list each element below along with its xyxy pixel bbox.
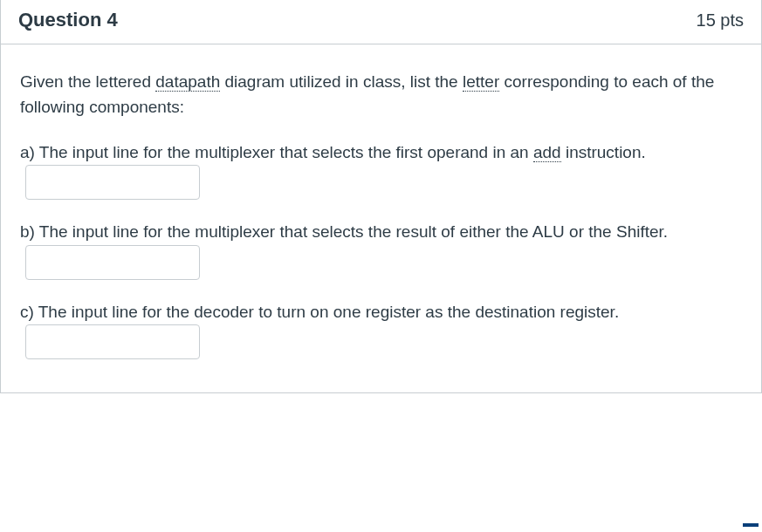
- stem-link-letter[interactable]: letter: [463, 72, 499, 92]
- stem-text: Given the lettered: [20, 72, 155, 91]
- question-points: 15 pts: [697, 10, 744, 31]
- part-c: c) The input line for the decoder to tur…: [20, 299, 742, 359]
- question-title: Question 4: [18, 9, 118, 31]
- stem-link-datapath[interactable]: datapath: [155, 72, 220, 92]
- part-a-input[interactable]: [25, 165, 200, 200]
- part-a: a) The input line for the multiplexer th…: [20, 140, 742, 200]
- part-b-text: b) The input line for the multiplexer th…: [20, 222, 668, 241]
- part-b-input[interactable]: [25, 245, 200, 280]
- question-header: Question 4 15 pts: [1, 0, 761, 44]
- part-a-link-add[interactable]: add: [533, 143, 561, 162]
- part-a-text-post: instruction.: [561, 143, 646, 161]
- stem-text: diagram utilized in class, list the: [220, 72, 463, 91]
- question-stem: Given the lettered datapath diagram util…: [20, 69, 742, 120]
- question-card: Question 4 15 pts Given the lettered dat…: [0, 0, 762, 393]
- part-a-text-pre: a) The input line for the multiplexer th…: [20, 143, 533, 161]
- part-c-input[interactable]: [25, 324, 200, 359]
- part-b: b) The input line for the multiplexer th…: [20, 219, 742, 279]
- question-body: Given the lettered datapath diagram util…: [1, 44, 761, 392]
- part-c-text: c) The input line for the decoder to tur…: [20, 303, 619, 321]
